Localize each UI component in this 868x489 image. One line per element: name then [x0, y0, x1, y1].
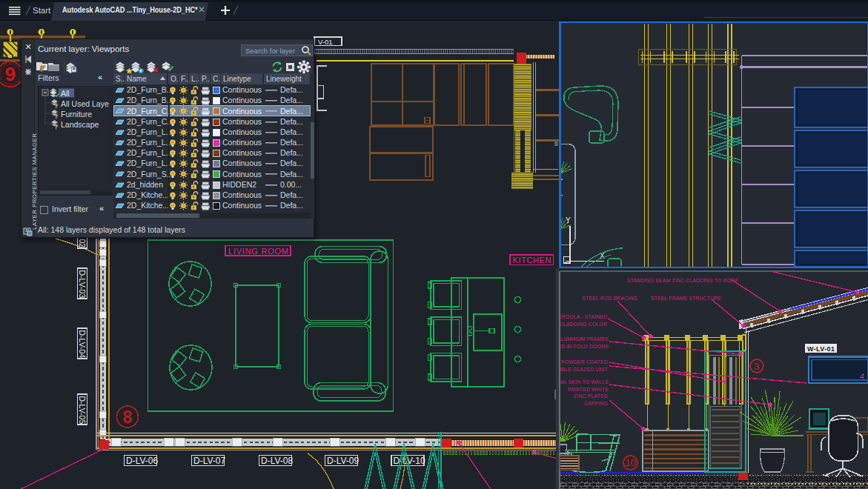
svg-text:4: 4 — [860, 373, 864, 381]
svg-text:3: 3 — [755, 362, 760, 372]
svg-text:D-LV-06: D-LV-06 — [126, 456, 158, 466]
svg-text:KITCHEN: KITCHEN — [513, 256, 551, 265]
svg-text:LIVING ROOM: LIVING ROOM — [228, 247, 288, 256]
svg-text:D-LV-05: D-LV-05 — [78, 396, 87, 425]
svg-text:STEEL FRAME STRUCTURE: STEEL FRAME STRUCTURE — [651, 296, 721, 301]
svg-text:Y: Y — [566, 216, 571, 224]
svg-text:V-01: V-01 — [318, 38, 333, 46]
svg-text:EY POWDER COATED: EY POWDER COATED — [553, 359, 608, 365]
svg-text:8: 8 — [123, 408, 133, 427]
svg-text:O ALUMINUM FRAMES: O ALUMINUM FRAMES — [551, 336, 609, 342]
svg-text:PAINTED WHITE: PAINTED WHITE — [568, 387, 609, 392]
svg-text:02: 02 — [78, 239, 87, 248]
svg-text:CAPPING: CAPPING — [584, 401, 608, 406]
svg-text:W-LV-01: W-LV-01 — [807, 345, 835, 353]
svg-text:9: 9 — [5, 63, 16, 85]
svg-text:ZINC PLATED: ZINC PLATED — [574, 393, 608, 399]
svg-text:STEEL ROD BRACING: STEEL ROD BRACING — [582, 296, 637, 301]
svg-text:STANDING SEAM ZINC CLADDING TO: STANDING SEAM ZINC CLADDING TO ROOF — [627, 278, 738, 283]
svg-text:10: 10 — [626, 458, 636, 468]
svg-text:D-LV-04: D-LV-04 — [78, 330, 87, 359]
svg-text:D-LV-09: D-LV-09 — [327, 456, 359, 466]
svg-text:RNAL SKIN TO WALLS: RNAL SKIN TO WALLS — [553, 379, 609, 385]
svg-text:D-LV-08: D-LV-08 — [261, 456, 293, 466]
svg-text:D-LV-07: D-LV-07 — [193, 456, 225, 466]
svg-text:D-LV-03: D-LV-03 — [78, 270, 87, 299]
